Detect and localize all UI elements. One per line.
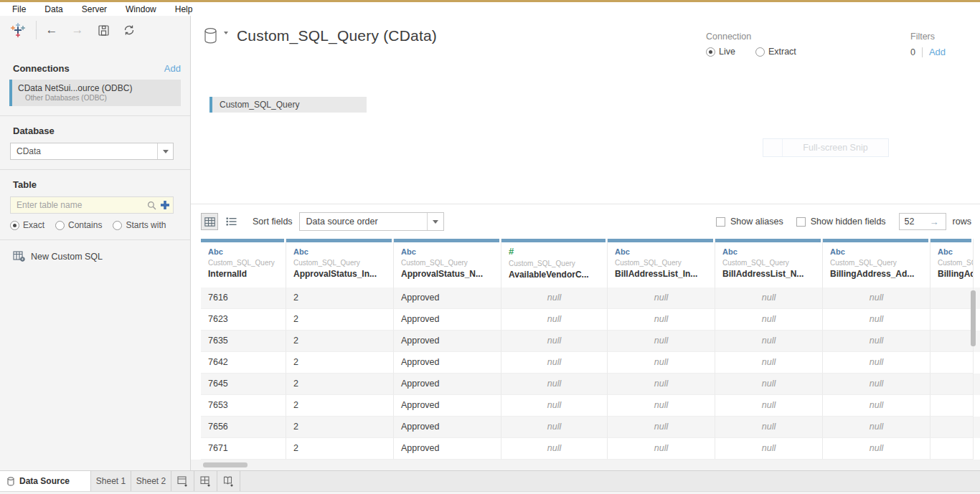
show-aliases-option[interactable]: Show aliases (716, 217, 783, 227)
table-search[interactable] (10, 196, 174, 214)
column-header-internalid[interactable]: AbcCustom_SQL_QueryInternalId (201, 239, 286, 288)
match-option-starts-with[interactable]: Starts with (113, 220, 166, 230)
toolbar-separator (36, 21, 37, 39)
table-cell: null (715, 352, 823, 374)
string-type-icon: Abc (293, 247, 393, 256)
connection-option-label: Live (719, 47, 735, 57)
refresh-icon[interactable] (120, 21, 138, 39)
show-aliases-checkbox[interactable] (716, 217, 725, 227)
column-header-billingaddr-[interactable]: AbcCustom_SQL_QueryBillingAddr... (930, 239, 974, 288)
number-type-icon: # (509, 246, 607, 257)
table-cell: 7645 (201, 374, 286, 395)
column-header-approvalstatus-n-[interactable]: AbcCustom_SQL_QueryApprovalStatus_N... (394, 239, 501, 288)
chevron-down-icon[interactable] (157, 143, 173, 159)
column-header-billaddresslist-in-[interactable]: AbcCustom_SQL_QueryBillAddressList_In... (608, 239, 715, 288)
sort-fields-label: Sort fields (253, 217, 293, 227)
radio-icon[interactable] (706, 47, 715, 57)
show-aliases-label: Show aliases (730, 217, 783, 227)
column-header-availablevendorc-[interactable]: #Custom_SQL_QueryAvailableVendorC... (501, 239, 608, 288)
sort-order-dropdown[interactable]: Data source order (299, 212, 444, 231)
vertical-scrollbar-thumb[interactable] (971, 290, 976, 346)
rows-count-input-box[interactable]: → (899, 213, 946, 230)
apply-rows-arrow-icon[interactable]: → (930, 217, 939, 227)
chevron-down-icon[interactable] (427, 213, 443, 230)
column-table-name: Custom_SQL_Query (509, 260, 607, 267)
horizontal-scrollbar-thumb[interactable] (203, 462, 248, 467)
grid-rows: 76162Approvednullnullnullnull76232Approv… (201, 288, 980, 460)
table-label: Table (13, 179, 177, 190)
add-connection-link[interactable]: Add (164, 63, 181, 74)
tab-data-source[interactable]: Data Source (0, 471, 91, 491)
show-hidden-fields-option[interactable]: Show hidden fields (796, 217, 886, 227)
table-chip[interactable]: Custom_SQL_Query (209, 97, 367, 113)
grid-view-button[interactable] (201, 213, 218, 230)
table-cell: null (823, 331, 930, 352)
filters-label: Filters (910, 32, 946, 42)
table-cell: null (823, 352, 930, 374)
menu-bar: FileDataServerWindowHelp (0, 2, 980, 16)
database-select[interactable]: CData (10, 143, 174, 160)
menu-window[interactable]: Window (116, 4, 166, 14)
sheet-tab-bar: Data Source Sheet 1Sheet 2 (0, 470, 980, 491)
column-field-name: InternalId (208, 269, 286, 279)
table-cell: null (715, 438, 823, 460)
new-dashboard-icon[interactable] (194, 471, 217, 491)
custom-sql-icon (13, 251, 25, 262)
radio-icon[interactable] (113, 221, 122, 230)
undo-arrow-icon[interactable]: ← (42, 21, 61, 39)
column-header-billaddresslist-n-[interactable]: AbcCustom_SQL_QueryBillAddressList_N... (715, 239, 823, 288)
table-cell: null (715, 309, 823, 331)
table-cell: 2 (286, 438, 394, 460)
radio-icon[interactable] (10, 221, 19, 230)
connection-item[interactable]: CData NetSui...ource (ODBC) Other Databa… (9, 80, 181, 106)
connection-option-extract[interactable]: Extract (755, 47, 796, 57)
table-match-options: ExactContainsStarts with (10, 220, 180, 230)
radio-icon[interactable] (755, 47, 765, 57)
menu-help[interactable]: Help (166, 4, 202, 14)
match-option-exact[interactable]: Exact (10, 220, 44, 230)
metadata-view-button[interactable] (222, 213, 240, 230)
table-cell: null (501, 352, 608, 374)
column-strip (823, 239, 928, 242)
datasource-title: Custom_SQL_Query (CData) (237, 27, 437, 44)
table-cell: 2 (286, 331, 394, 352)
add-table-plus-icon[interactable] (160, 200, 170, 210)
table-cell: 2 (286, 309, 394, 331)
column-table-name: Custom_SQL_Query (615, 259, 715, 267)
save-icon[interactable] (94, 21, 113, 39)
database-label: Database (13, 125, 177, 136)
column-header-billingaddress-ad-[interactable]: AbcCustom_SQL_QueryBillingAddress_Ad... (823, 239, 930, 288)
connection-option-live[interactable]: Live (706, 47, 735, 57)
redo-arrow-icon[interactable]: → (68, 21, 87, 39)
table-cell: 7616 (201, 288, 286, 309)
match-option-contains[interactable]: Contains (55, 220, 102, 230)
table-cell: null (823, 309, 930, 331)
table-cell: null (608, 417, 715, 438)
connection-type: Other Databases (ODBC) (18, 94, 175, 102)
table-cell (930, 417, 974, 438)
table-search-input[interactable] (12, 200, 147, 210)
table-cell: 7671 (201, 438, 286, 460)
table-cell (930, 288, 974, 309)
add-filter-link[interactable]: Add (929, 47, 946, 57)
rows-count-input[interactable] (900, 217, 930, 227)
menu-data[interactable]: Data (35, 4, 72, 14)
horizontal-scrollbar[interactable] (191, 460, 980, 470)
new-custom-sql-button[interactable]: New Custom SQL (13, 251, 177, 262)
table-cell: null (823, 438, 930, 460)
vertical-scrollbar[interactable] (971, 290, 976, 459)
column-header-approvalstatus-in-[interactable]: AbcCustom_SQL_QueryApprovalStatus_In... (286, 239, 394, 288)
new-worksheet-icon[interactable] (171, 471, 194, 491)
menu-server[interactable]: Server (72, 4, 116, 14)
table-cell: 2 (286, 352, 394, 374)
database-cylinder-icon[interactable] (204, 27, 217, 44)
menu-file[interactable]: File (3, 4, 35, 14)
new-story-icon[interactable] (217, 471, 240, 491)
radio-icon[interactable] (55, 221, 65, 230)
title-caret-icon[interactable] (224, 32, 228, 34)
show-hidden-fields-checkbox[interactable] (796, 217, 806, 227)
filters-block: Filters 0 Add (910, 32, 946, 57)
tab-sheet-1[interactable]: Sheet 1 (91, 471, 131, 491)
column-field-name: BillingAddress_Ad... (830, 269, 930, 279)
tab-sheet-2[interactable]: Sheet 2 (131, 471, 171, 491)
